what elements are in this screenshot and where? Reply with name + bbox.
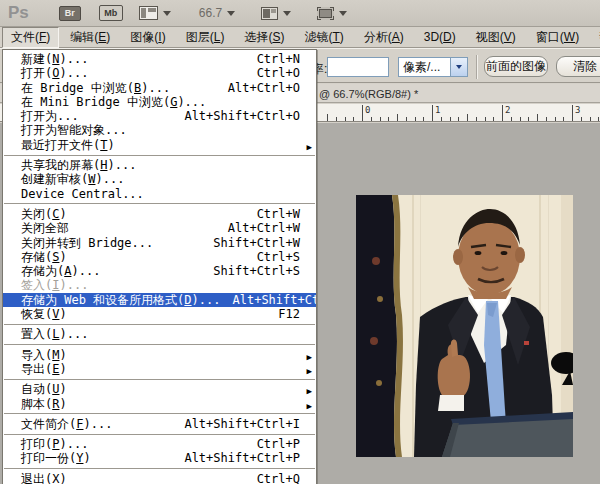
- menu-item[interactable]: 打开为智能对象...: [3, 123, 316, 137]
- file-menu: 新建(N)...Ctrl+N打开(O)...Ctrl+O在 Bridge 中浏览…: [2, 49, 317, 484]
- chevron-down-icon: [163, 11, 171, 16]
- menu-item[interactable]: 置入(L)...: [3, 327, 316, 341]
- menubar-item[interactable]: 图像(I): [121, 27, 174, 48]
- menu-item-label: 打开为...: [21, 109, 79, 123]
- menu-item-shortcut: Shift+Ctrl+S: [213, 264, 300, 278]
- menu-item-label: Device Central...: [21, 187, 144, 201]
- ruler-tick: [598, 117, 599, 121]
- ruler-tick: [476, 117, 477, 121]
- menu-item[interactable]: 新建(N)...Ctrl+N: [3, 52, 316, 66]
- ruler-tick: [467, 114, 468, 121]
- menu-item[interactable]: 退出(X)Ctrl+Q: [3, 472, 316, 484]
- menu-item-label: 脚本(R): [21, 397, 67, 411]
- menu-item-label: 存储为(A)...: [21, 264, 100, 278]
- chevron-down-icon: [456, 65, 462, 69]
- menu-item[interactable]: 恢复(V)F12: [3, 307, 316, 321]
- menu-item-label: 最近打开文件(T): [21, 138, 115, 152]
- menu-item[interactable]: 导入(M)▶: [3, 348, 316, 362]
- menu-item[interactable]: 在 Mini Bridge 中浏览(G)...: [3, 95, 316, 109]
- menubar-item[interactable]: 分析(A): [355, 27, 413, 48]
- menu-item-shortcut: Ctrl+O: [257, 66, 300, 80]
- ruler-unit-label: 3: [575, 105, 580, 115]
- menu-item-label: 共享我的屏幕(H)...: [21, 158, 136, 172]
- menu-item[interactable]: 关闭并转到 Bridge...Shift+Ctrl+W: [3, 236, 316, 250]
- menu-item-label: 打开为智能对象...: [21, 123, 127, 137]
- menu-item-shortcut: Alt+Shift+Ctrl+I: [184, 417, 300, 431]
- front-image-button[interactable]: 前面的图像: [484, 56, 548, 77]
- menu-item-shortcut: Alt+Ctrl+O: [228, 81, 300, 95]
- ruler-tick: [546, 117, 547, 121]
- select-arrow-button[interactable]: [450, 58, 467, 76]
- menubar-item[interactable]: 选择(S): [235, 27, 293, 48]
- launch-bridge-button[interactable]: Br: [59, 6, 81, 21]
- menu-item[interactable]: 最近打开文件(T)▶: [3, 138, 316, 152]
- ruler-tick: [537, 114, 538, 121]
- menu-separator: [4, 379, 315, 380]
- menu-item-label: 退出(X): [21, 472, 67, 484]
- menu-item[interactable]: 脚本(R)▶: [3, 397, 316, 411]
- menubar-item[interactable]: 视图(V): [467, 27, 525, 48]
- menu-item-shortcut: Ctrl+S: [257, 250, 300, 264]
- menu-item-label: 关闭并转到 Bridge...: [21, 236, 153, 250]
- menu-item-shortcut: Ctrl+W: [257, 207, 300, 221]
- resolution-input[interactable]: [327, 57, 389, 77]
- menu-item-label: 新建(N)...: [21, 52, 88, 66]
- menu-item[interactable]: 打开为...Alt+Shift+Ctrl+O: [3, 109, 316, 123]
- chevron-down-icon: [283, 11, 291, 16]
- menu-item[interactable]: 存储为 Web 和设备所用格式(D)...Alt+Shift+Ctrl+S: [3, 293, 316, 307]
- menubar-item[interactable]: 帮助(H): [590, 27, 600, 48]
- menu-item[interactable]: 创建新审核(W)...: [3, 172, 316, 186]
- menu-separator: [4, 324, 315, 325]
- document-title-text: @ 66.7%(RGB/8#) *: [319, 88, 418, 100]
- menu-item[interactable]: 存储为(A)...Shift+Ctrl+S: [3, 264, 316, 278]
- menu-item[interactable]: 存储(S)Ctrl+S: [3, 250, 316, 264]
- menubar-item[interactable]: 滤镜(T): [295, 27, 352, 48]
- ruler-tick: [388, 117, 389, 121]
- view-extras-dropdown[interactable]: [139, 6, 171, 20]
- menu-separator: [4, 468, 315, 469]
- menubar-item[interactable]: 窗口(W): [527, 27, 588, 48]
- menu-item-shortcut: Shift+Ctrl+W: [213, 236, 300, 250]
- menu-bar: 文件(F)编辑(E)图像(I)图层(L)选择(S)滤镜(T)分析(A)3D(D)…: [0, 27, 600, 48]
- menu-item[interactable]: 打印(P)...Ctrl+P: [3, 437, 316, 451]
- menu-item-label: 在 Mini Bridge 中浏览(G)...: [21, 95, 206, 109]
- submenu-arrow-icon: ▶: [307, 140, 312, 154]
- photoshop-window: Ps Br Mb 66.7 文件(F)编辑(E)图像(I)图层(L)选择(S)滤…: [0, 0, 600, 484]
- screen-mode-dropdown[interactable]: [317, 7, 347, 20]
- menu-item[interactable]: 共享我的屏幕(H)...: [3, 158, 316, 172]
- ruler-tick: [380, 117, 381, 121]
- menu-item-shortcut: Alt+Shift+Ctrl+P: [184, 451, 300, 465]
- menu-item-shortcut: Ctrl+Q: [257, 472, 300, 484]
- menu-item-shortcut: F12: [278, 307, 300, 321]
- menubar-item[interactable]: 图层(L): [177, 27, 234, 48]
- ruler-major-tick: [432, 105, 433, 121]
- menu-item[interactable]: 在 Bridge 中浏览(B)...Alt+Ctrl+O: [3, 81, 316, 95]
- menu-item-label: 恢复(V): [21, 307, 67, 321]
- menu-item[interactable]: 关闭(C)Ctrl+W: [3, 207, 316, 221]
- ruler-unit-label: 0: [365, 105, 370, 115]
- menu-item[interactable]: 自动(U)▶: [3, 382, 316, 396]
- menubar-item[interactable]: 编辑(E): [61, 27, 119, 48]
- menu-item[interactable]: 导出(E)▶: [3, 362, 316, 376]
- clear-button[interactable]: 清除: [556, 56, 600, 77]
- menu-item-label: 导出(E): [21, 362, 67, 376]
- menu-item[interactable]: 打印一份(Y)Alt+Shift+Ctrl+P: [3, 451, 316, 465]
- menu-item[interactable]: 关闭全部Alt+Ctrl+W: [3, 221, 316, 235]
- resolution-unit-select[interactable]: 像素/...: [398, 57, 468, 77]
- menu-item[interactable]: 文件简介(F)...Alt+Shift+Ctrl+I: [3, 417, 316, 431]
- menu-item-shortcut: Ctrl+P: [257, 437, 300, 451]
- menu-item[interactable]: Device Central...: [3, 187, 316, 201]
- menubar-item[interactable]: 3D(D): [415, 28, 465, 46]
- menubar-item[interactable]: 文件(F): [2, 27, 59, 48]
- arrange-documents-dropdown[interactable]: [261, 7, 291, 20]
- zoom-level-dropdown[interactable]: 66.7: [199, 6, 235, 20]
- menu-item[interactable]: 打开(O)...Ctrl+O: [3, 66, 316, 80]
- ruler-tick: [520, 117, 521, 121]
- launch-mini-bridge-button[interactable]: Mb: [99, 5, 123, 21]
- menu-item-shortcut: Alt+Ctrl+W: [228, 221, 300, 235]
- menu-item-label: 存储为 Web 和设备所用格式(D)...: [21, 293, 221, 307]
- view-extras-icon: [139, 6, 158, 20]
- ruler-tick: [590, 117, 591, 121]
- ruler-tick: [511, 117, 512, 121]
- chevron-down-icon: [339, 11, 347, 16]
